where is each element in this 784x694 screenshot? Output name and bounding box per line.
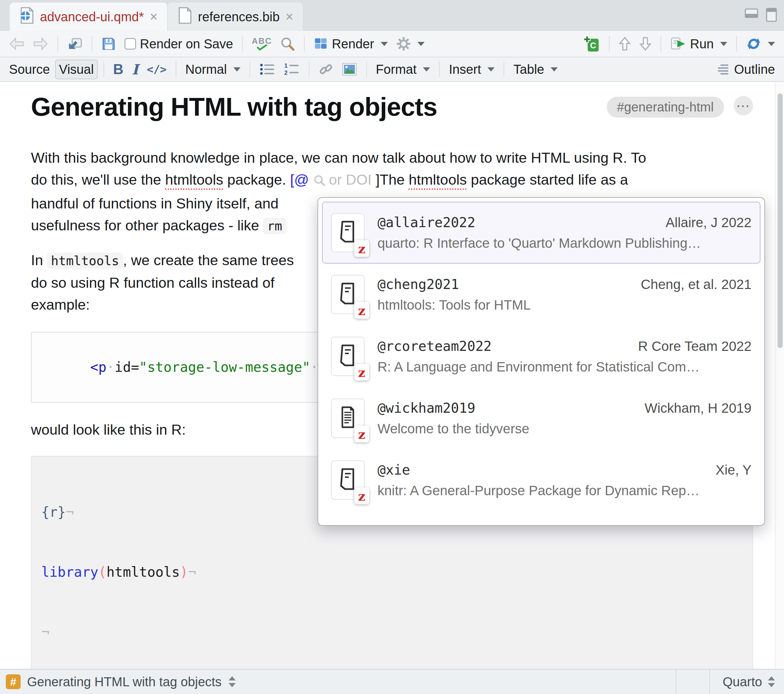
zotero-badge: z	[354, 364, 369, 380]
citation-id: @allaire2022	[377, 215, 475, 230]
citation-item-rcoreteam2022[interactable]: z @rcoreteam2022 R Core Team 2022 R: A L…	[322, 326, 761, 387]
svg-text:C: C	[590, 41, 596, 50]
zotero-badge: z	[354, 487, 369, 504]
misspelled-word: htmltools	[409, 171, 467, 188]
svg-text:1: 1	[284, 62, 288, 69]
citation-item-wickham2019[interactable]: z @wickham2019 Wickham, H 2019 Welcome t…	[322, 387, 761, 449]
section-hash-icon: #	[6, 674, 21, 689]
bold-button[interactable]: B	[110, 59, 127, 79]
citation-item-allaire2022[interactable]: z @allaire2022 Allaire, J 2022 quarto: R…	[322, 202, 761, 263]
book-icon: z	[331, 213, 365, 252]
chevron-down-icon[interactable]	[551, 67, 558, 72]
page-title: Generating HTML with tag objects	[31, 92, 607, 122]
image-button[interactable]	[338, 61, 361, 78]
vertical-scrollbar[interactable]	[775, 82, 784, 669]
find-button[interactable]	[277, 35, 298, 53]
show-in-new-window-button[interactable]	[64, 35, 86, 53]
link-button[interactable]	[315, 61, 336, 78]
back-button[interactable]	[6, 35, 28, 53]
zotero-badge: z	[354, 426, 369, 442]
render-label: Render	[332, 37, 374, 51]
numbered-list-button[interactable]: 12	[280, 61, 303, 78]
inline-code: htmltools	[47, 253, 123, 269]
citation-title: R: A Language and Environment for Statis…	[377, 359, 751, 375]
citation-id: @xie	[377, 462, 410, 478]
render-on-save-label: Render on Save	[140, 37, 233, 51]
editor-status-bar: # Generating HTML with tag objects Quart…	[0, 669, 784, 694]
chevron-down-icon[interactable]	[233, 67, 240, 72]
zotero-badge: z	[354, 302, 369, 319]
rerun-button[interactable]	[743, 34, 778, 53]
close-icon[interactable]: ×	[150, 10, 158, 23]
citation-item-xie[interactable]: z @xie Xie, Y knitr: A General-Purpose P…	[322, 449, 761, 511]
citation-field-open[interactable]: [@	[290, 171, 309, 188]
paragraph-style-dropdown[interactable]: Normal	[182, 60, 244, 79]
table-menu[interactable]: Table	[510, 60, 561, 79]
forward-button[interactable]	[30, 35, 51, 53]
bullet-list-button[interactable]	[256, 61, 278, 78]
citation-id: @wickham2019	[377, 400, 475, 416]
document-format-selector[interactable]: Quarto	[709, 669, 784, 694]
source-mode-button[interactable]: Source	[6, 60, 53, 79]
zotero-badge: z	[354, 240, 369, 257]
editor-tab-bar: advanced-ui.qmd* × references.bib ×	[0, 0, 784, 31]
book-icon: z	[331, 275, 365, 314]
citation-author: Cheng, et al. 2021	[641, 277, 751, 292]
section-anchor-badge: #generating-html	[607, 97, 724, 118]
status-bar-separator	[676, 669, 709, 694]
gear-icon	[396, 36, 411, 51]
format-toolbar: Source Visual B I </> Normal 12	[0, 58, 784, 82]
italic-button[interactable]: I	[128, 59, 142, 80]
chevron-down-icon[interactable]	[381, 42, 388, 46]
chevron-down-icon[interactable]	[423, 67, 430, 72]
close-icon[interactable]: ×	[285, 10, 293, 23]
citation-title: quarto: R Interface to 'Quarto' Markdown…	[377, 235, 751, 251]
chevron-down-icon[interactable]	[488, 67, 494, 72]
quarto-doc-icon	[19, 7, 34, 27]
maximize-pane-icon[interactable]	[765, 7, 777, 24]
citation-author: R Core Team 2022	[638, 339, 751, 354]
spellcheck-icon: ABC	[252, 37, 272, 51]
format-menu[interactable]: Format	[373, 60, 433, 79]
run-previous-button[interactable]	[615, 35, 634, 53]
run-label: Run	[690, 37, 714, 51]
inline-code: rm	[263, 218, 286, 234]
rstudio-editor-window: advanced-ui.qmd* × references.bib ×	[0, 0, 784, 694]
paragraph-style-value: Normal	[185, 62, 227, 77]
citation-author: Allaire, J 2022	[666, 215, 751, 230]
section-navigator[interactable]: Generating HTML with tag objects	[27, 675, 221, 689]
render-on-save-checkbox[interactable]: Render on Save	[121, 35, 236, 53]
citation-completion-popup: z @allaire2022 Allaire, J 2022 quarto: R…	[318, 197, 765, 526]
chevron-down-icon[interactable]	[720, 42, 727, 46]
article-icon: z	[331, 398, 365, 438]
outline-toggle[interactable]: Outline	[713, 60, 778, 79]
citation-item-cheng2021[interactable]: z @cheng2021 Cheng, et al. 2021 htmltool…	[322, 263, 761, 326]
tab-references-bib[interactable]: references.bib ×	[167, 3, 303, 31]
pane-controls	[744, 7, 777, 24]
more-options-button[interactable]: ⋯	[734, 96, 753, 115]
run-button[interactable]: Run	[667, 35, 730, 53]
search-icon	[313, 171, 326, 192]
code-format-button[interactable]: </>	[143, 61, 170, 78]
updown-icon[interactable]	[228, 675, 236, 689]
spellcheck-button[interactable]: ABC	[249, 35, 275, 53]
svg-text:2: 2	[284, 70, 288, 76]
checkbox-icon[interactable]	[124, 38, 136, 49]
render-settings-button[interactable]	[393, 35, 428, 53]
citation-author: Wickham, H 2019	[645, 400, 751, 416]
outline-icon	[716, 63, 730, 76]
insert-chunk-button[interactable]: C	[579, 33, 603, 55]
citation-title: Welcome to the tidyverse	[377, 421, 751, 437]
book-icon: z	[331, 460, 365, 500]
chevron-down-icon[interactable]	[768, 42, 775, 46]
chevron-down-icon[interactable]	[417, 42, 425, 46]
visual-mode-button[interactable]: Visual	[55, 59, 98, 79]
insert-menu[interactable]: Insert	[446, 60, 498, 79]
scrollbar-thumb[interactable]	[777, 94, 783, 348]
run-next-button[interactable]	[636, 35, 655, 53]
visual-editor-canvas[interactable]: Generating HTML with tag objects #genera…	[0, 82, 784, 669]
minimize-pane-icon[interactable]	[744, 7, 759, 21]
save-button[interactable]	[98, 35, 119, 53]
tab-advanced-ui-qmd[interactable]: advanced-ui.qmd* ×	[10, 3, 167, 31]
render-button[interactable]: Render	[310, 35, 391, 53]
